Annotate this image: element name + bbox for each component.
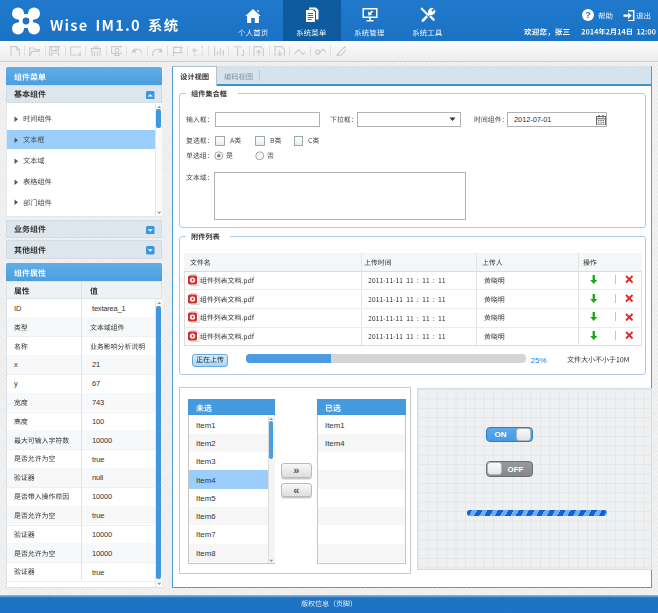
svg-text:?: ?	[585, 10, 590, 20]
